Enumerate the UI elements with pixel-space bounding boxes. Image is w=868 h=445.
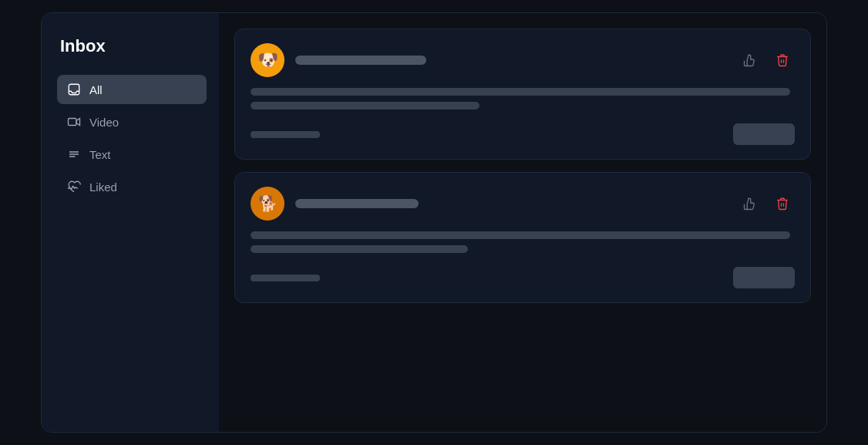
delete-button[interactable] [770,191,795,216]
sidebar: Inbox All Video [42,13,219,432]
content-line-2 [251,102,479,110]
like-button[interactable] [738,191,762,216]
sidebar-item-liked-label: Liked [89,180,117,194]
content-line-1 [251,231,790,239]
card-footer [251,267,795,288]
like-button[interactable] [738,48,762,72]
card-actions [738,48,795,72]
timestamp-bar [251,131,320,138]
message-card: 🐶 [234,29,811,160]
content-lines [251,231,795,253]
read-more-button[interactable] [733,267,795,288]
username-bar [295,199,419,208]
sidebar-item-text[interactable]: Text [57,140,207,169]
avatar: 🐕 [251,187,284,221]
delete-button[interactable] [770,48,795,72]
sidebar-item-all[interactable]: All [57,75,207,104]
sidebar-item-liked[interactable]: Liked [57,172,207,201]
content-line-2 [251,245,468,253]
text-icon [66,147,82,162]
sidebar-item-all-label: All [89,83,103,96]
avatar: 🐶 [251,43,284,77]
liked-icon [66,179,82,194]
card-header: 🐶 [251,43,795,77]
content-line-1 [251,88,790,96]
sidebar-item-video[interactable]: Video [57,107,207,137]
timestamp-bar [251,275,320,281]
card-actions [738,191,795,216]
read-more-button[interactable] [733,123,795,145]
card-header: 🐕 [251,187,795,221]
video-icon [66,114,82,130]
inbox-icon [66,82,82,97]
card-header-left: 🐶 [251,43,426,77]
username-bar [295,56,426,65]
message-card: 🐕 [234,172,811,303]
card-header-left: 🐕 [251,187,419,221]
app-container: Inbox All Video [41,12,827,433]
content-lines [251,88,795,110]
svg-rect-1 [69,119,77,126]
sidebar-item-video-label: Video [89,116,119,129]
main-content: 🐶 [219,13,826,432]
card-footer [251,123,795,145]
sidebar-title: Inbox [57,36,207,56]
sidebar-item-text-label: Text [89,148,111,161]
